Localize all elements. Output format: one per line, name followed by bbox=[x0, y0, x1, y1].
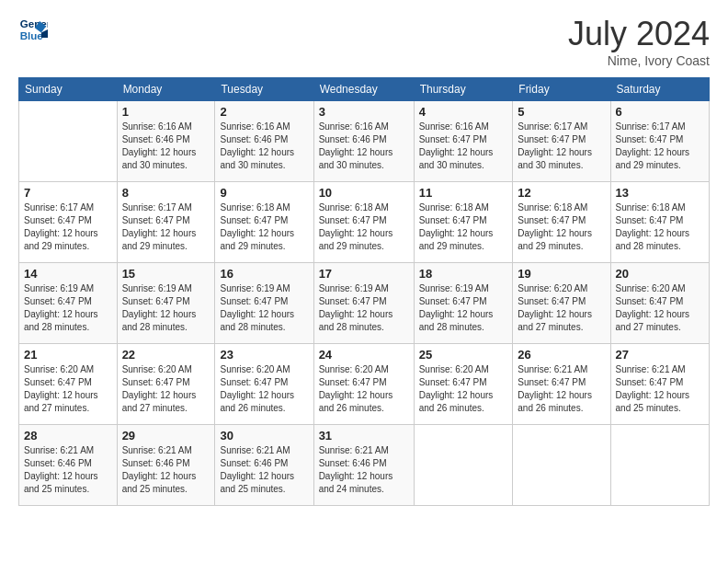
day-info: Sunrise: 6:17 AM Sunset: 6:47 PM Dayligh… bbox=[518, 121, 605, 172]
day-info: Sunrise: 6:19 AM Sunset: 6:47 PM Dayligh… bbox=[319, 282, 409, 334]
day-info: Sunrise: 6:19 AM Sunset: 6:47 PM Dayligh… bbox=[419, 282, 508, 334]
calendar-day-header: Sunday bbox=[19, 78, 118, 101]
day-number: 16 bbox=[220, 267, 308, 281]
day-info: Sunrise: 6:18 AM Sunset: 6:47 PM Dayligh… bbox=[220, 201, 308, 253]
day-number: 11 bbox=[419, 186, 508, 200]
calendar-cell: 15Sunrise: 6:19 AM Sunset: 6:47 PM Dayli… bbox=[117, 263, 215, 344]
day-info: Sunrise: 6:16 AM Sunset: 6:47 PM Dayligh… bbox=[419, 121, 508, 172]
day-info: Sunrise: 6:17 AM Sunset: 6:47 PM Dayligh… bbox=[24, 201, 112, 253]
day-info: Sunrise: 6:21 AM Sunset: 6:46 PM Dayligh… bbox=[24, 444, 112, 496]
calendar-cell: 4Sunrise: 6:16 AM Sunset: 6:47 PM Daylig… bbox=[414, 101, 513, 182]
day-info: Sunrise: 6:21 AM Sunset: 6:46 PM Dayligh… bbox=[220, 444, 308, 496]
calendar-table: SundayMondayTuesdayWednesdayThursdayFrid… bbox=[18, 77, 710, 506]
calendar-week-row: 28Sunrise: 6:21 AM Sunset: 6:46 PM Dayli… bbox=[19, 425, 710, 506]
day-number: 7 bbox=[24, 186, 112, 200]
calendar-cell: 8Sunrise: 6:17 AM Sunset: 6:47 PM Daylig… bbox=[117, 182, 215, 263]
day-info: Sunrise: 6:21 AM Sunset: 6:46 PM Dayligh… bbox=[122, 444, 210, 496]
calendar-cell: 9Sunrise: 6:18 AM Sunset: 6:47 PM Daylig… bbox=[215, 182, 313, 263]
calendar-cell: 1Sunrise: 6:16 AM Sunset: 6:46 PM Daylig… bbox=[117, 101, 215, 182]
day-number: 25 bbox=[419, 348, 508, 362]
day-info: Sunrise: 6:19 AM Sunset: 6:47 PM Dayligh… bbox=[220, 282, 308, 334]
day-info: Sunrise: 6:20 AM Sunset: 6:47 PM Dayligh… bbox=[518, 282, 605, 334]
calendar-cell: 6Sunrise: 6:17 AM Sunset: 6:47 PM Daylig… bbox=[610, 101, 709, 182]
day-number: 4 bbox=[419, 105, 508, 119]
calendar-week-row: 7Sunrise: 6:17 AM Sunset: 6:47 PM Daylig… bbox=[19, 182, 710, 263]
day-number: 13 bbox=[616, 186, 704, 200]
calendar-header-row: SundayMondayTuesdayWednesdayThursdayFrid… bbox=[19, 78, 710, 101]
day-info: Sunrise: 6:21 AM Sunset: 6:46 PM Dayligh… bbox=[319, 444, 409, 496]
day-number: 28 bbox=[24, 429, 112, 442]
calendar-cell: 13Sunrise: 6:18 AM Sunset: 6:47 PM Dayli… bbox=[610, 182, 709, 263]
calendar-cell: 11Sunrise: 6:18 AM Sunset: 6:47 PM Dayli… bbox=[414, 182, 513, 263]
day-number: 5 bbox=[518, 105, 605, 119]
day-number: 6 bbox=[616, 105, 704, 119]
day-info: Sunrise: 6:16 AM Sunset: 6:46 PM Dayligh… bbox=[220, 121, 308, 172]
day-info: Sunrise: 6:19 AM Sunset: 6:47 PM Dayligh… bbox=[24, 282, 112, 334]
calendar-day-header: Saturday bbox=[610, 78, 709, 101]
calendar-cell: 24Sunrise: 6:20 AM Sunset: 6:47 PM Dayli… bbox=[313, 344, 414, 425]
day-number: 14 bbox=[24, 267, 112, 281]
day-info: Sunrise: 6:20 AM Sunset: 6:47 PM Dayligh… bbox=[616, 282, 704, 334]
calendar-cell: 3Sunrise: 6:16 AM Sunset: 6:46 PM Daylig… bbox=[313, 101, 414, 182]
day-number: 17 bbox=[319, 267, 409, 281]
subtitle: Nime, Ivory Coast bbox=[568, 53, 710, 68]
calendar-day-header: Thursday bbox=[414, 78, 513, 101]
day-number: 8 bbox=[122, 186, 210, 200]
calendar-cell: 19Sunrise: 6:20 AM Sunset: 6:47 PM Dayli… bbox=[513, 263, 610, 344]
calendar-cell: 20Sunrise: 6:20 AM Sunset: 6:47 PM Dayli… bbox=[610, 263, 709, 344]
day-info: Sunrise: 6:17 AM Sunset: 6:47 PM Dayligh… bbox=[616, 121, 704, 172]
day-info: Sunrise: 6:21 AM Sunset: 6:47 PM Dayligh… bbox=[518, 363, 605, 415]
calendar-cell: 31Sunrise: 6:21 AM Sunset: 6:46 PM Dayli… bbox=[313, 425, 414, 506]
calendar-cell: 28Sunrise: 6:21 AM Sunset: 6:46 PM Dayli… bbox=[19, 425, 118, 506]
day-number: 9 bbox=[220, 186, 308, 200]
logo-icon: General Blue bbox=[18, 15, 48, 44]
day-info: Sunrise: 6:16 AM Sunset: 6:46 PM Dayligh… bbox=[122, 121, 210, 172]
calendar-cell: 2Sunrise: 6:16 AM Sunset: 6:46 PM Daylig… bbox=[215, 101, 313, 182]
day-number: 21 bbox=[24, 348, 112, 362]
day-number: 20 bbox=[616, 267, 704, 281]
day-number: 1 bbox=[122, 105, 210, 119]
day-info: Sunrise: 6:17 AM Sunset: 6:47 PM Dayligh… bbox=[122, 201, 210, 253]
day-info: Sunrise: 6:18 AM Sunset: 6:47 PM Dayligh… bbox=[319, 201, 409, 253]
day-number: 30 bbox=[220, 429, 308, 442]
day-info: Sunrise: 6:20 AM Sunset: 6:47 PM Dayligh… bbox=[220, 363, 308, 415]
day-info: Sunrise: 6:19 AM Sunset: 6:47 PM Dayligh… bbox=[122, 282, 210, 334]
calendar-cell: 23Sunrise: 6:20 AM Sunset: 6:47 PM Dayli… bbox=[215, 344, 313, 425]
day-number: 12 bbox=[518, 186, 605, 200]
calendar-cell: 22Sunrise: 6:20 AM Sunset: 6:47 PM Dayli… bbox=[117, 344, 215, 425]
calendar-cell: 26Sunrise: 6:21 AM Sunset: 6:47 PM Dayli… bbox=[513, 344, 610, 425]
header: General Blue July 2024 Nime, Ivory Coast bbox=[18, 15, 710, 68]
day-number: 15 bbox=[122, 267, 210, 281]
day-number: 19 bbox=[518, 267, 605, 281]
day-number: 3 bbox=[319, 105, 409, 119]
calendar-cell bbox=[19, 101, 118, 182]
day-number: 22 bbox=[122, 348, 210, 362]
calendar-cell: 5Sunrise: 6:17 AM Sunset: 6:47 PM Daylig… bbox=[513, 101, 610, 182]
day-number: 29 bbox=[122, 429, 210, 442]
calendar-day-header: Friday bbox=[513, 78, 610, 101]
calendar-day-header: Wednesday bbox=[313, 78, 414, 101]
page: General Blue July 2024 Nime, Ivory Coast… bbox=[0, 0, 728, 563]
calendar-cell: 10Sunrise: 6:18 AM Sunset: 6:47 PM Dayli… bbox=[313, 182, 414, 263]
day-number: 23 bbox=[220, 348, 308, 362]
day-info: Sunrise: 6:20 AM Sunset: 6:47 PM Dayligh… bbox=[419, 363, 508, 415]
day-info: Sunrise: 6:18 AM Sunset: 6:47 PM Dayligh… bbox=[419, 201, 508, 253]
day-info: Sunrise: 6:20 AM Sunset: 6:47 PM Dayligh… bbox=[24, 363, 112, 415]
calendar-week-row: 21Sunrise: 6:20 AM Sunset: 6:47 PM Dayli… bbox=[19, 344, 710, 425]
calendar-day-header: Tuesday bbox=[215, 78, 313, 101]
logo: General Blue bbox=[18, 15, 48, 44]
main-title: July 2024 bbox=[568, 15, 710, 53]
calendar-week-row: 14Sunrise: 6:19 AM Sunset: 6:47 PM Dayli… bbox=[19, 263, 710, 344]
calendar-cell: 27Sunrise: 6:21 AM Sunset: 6:47 PM Dayli… bbox=[610, 344, 709, 425]
calendar-cell: 25Sunrise: 6:20 AM Sunset: 6:47 PM Dayli… bbox=[414, 344, 513, 425]
calendar-cell bbox=[513, 425, 610, 506]
day-number: 31 bbox=[319, 429, 409, 442]
day-number: 26 bbox=[518, 348, 605, 362]
calendar-week-row: 1Sunrise: 6:16 AM Sunset: 6:46 PM Daylig… bbox=[19, 101, 710, 182]
calendar-cell: 21Sunrise: 6:20 AM Sunset: 6:47 PM Dayli… bbox=[19, 344, 118, 425]
calendar-day-header: Monday bbox=[117, 78, 215, 101]
day-info: Sunrise: 6:18 AM Sunset: 6:47 PM Dayligh… bbox=[518, 201, 605, 253]
calendar-cell: 7Sunrise: 6:17 AM Sunset: 6:47 PM Daylig… bbox=[19, 182, 118, 263]
day-number: 27 bbox=[616, 348, 704, 362]
day-info: Sunrise: 6:21 AM Sunset: 6:47 PM Dayligh… bbox=[616, 363, 704, 415]
